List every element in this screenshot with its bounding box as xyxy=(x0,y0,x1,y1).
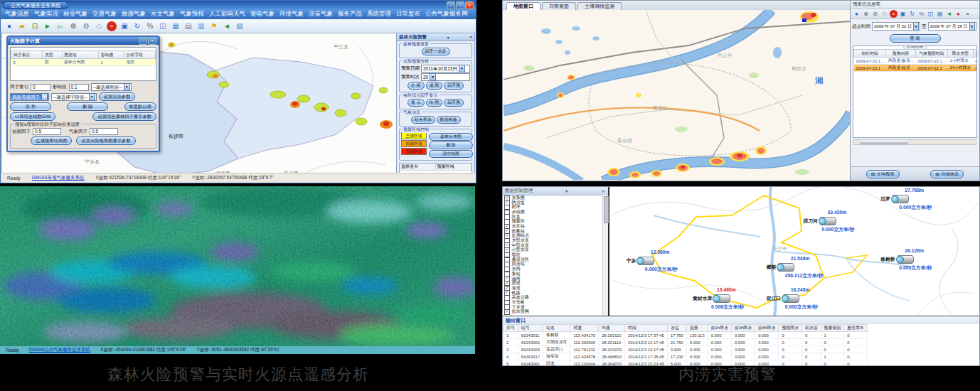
column-header[interactable]: 类型 xyxy=(43,51,62,59)
export-icon[interactable]: ▥ xyxy=(196,21,206,31)
warn-date-picker[interactable]: 2011年10月13日▼ xyxy=(421,65,470,73)
menu-item[interactable]: 系统管理 xyxy=(367,10,391,18)
menu-item[interactable]: 旅游气象 xyxy=(122,10,146,18)
close-icon[interactable]: × xyxy=(469,35,472,39)
file-preview-button[interactable]: ▤ 文件预览 xyxy=(866,170,900,178)
pre-factor-input[interactable]: 0.5 xyxy=(33,128,61,135)
zoom-in-icon[interactable]: ⊕ xyxy=(68,21,78,31)
column-header[interactable]: 预报降水 xyxy=(779,325,802,332)
layer-combo[interactable]: --请选择图层--▼ xyxy=(91,83,132,91)
map-canvas[interactable]: 益阳市 平江县 长沙市 宁乡县 湘潭市 株洲市 火险因子计算 -× 因子索引类型… xyxy=(1,33,397,173)
column-header[interactable]: 时间 xyxy=(625,325,668,332)
menu-item[interactable]: 交通气象 xyxy=(92,10,117,18)
close-button[interactable]: × xyxy=(465,1,474,9)
map-tab[interactable]: 土壤墒情监测 xyxy=(577,2,622,10)
menu-item[interactable]: 服务产品 xyxy=(338,10,362,18)
column-header[interactable]: 影响值 xyxy=(98,51,124,59)
result-table[interactable]: 制作时间预警内容气象预报时间降水类型制作人2009-07-22 1...风险度:… xyxy=(853,46,976,72)
table-row[interactable]: 261043002大阳坝水库112.20000028.2011102014/12… xyxy=(504,339,868,346)
layers-icon[interactable]: ◫ xyxy=(158,21,168,31)
map-tab[interactable]: 日雨量图 xyxy=(542,2,576,10)
close-icon[interactable]: × xyxy=(964,10,971,18)
title-bar[interactable]: 公共气象服务业务系统 - □ × xyxy=(1,1,476,9)
pan-hand-icon[interactable]: ◇ xyxy=(94,21,104,31)
column-header[interactable]: 是否发布 xyxy=(844,325,868,332)
image-icon[interactable]: ▦ xyxy=(171,21,181,31)
column-header[interactable]: 制作人 xyxy=(973,50,976,58)
table-row[interactable]: 0面森林分布图1地类 xyxy=(11,59,156,66)
display-param-button[interactable]: 设置综合森林因子显示参数 xyxy=(92,112,156,121)
menu-item[interactable]: 林业气象 xyxy=(63,10,87,18)
table-row[interactable]: 461043017海军坝113.43457828.4688102014/12/3… xyxy=(504,353,868,360)
column-header[interactable]: 选择县市 xyxy=(400,164,436,170)
factor-index-input[interactable]: 0 xyxy=(31,84,50,91)
column-header[interactable]: 制作时间 xyxy=(854,50,886,58)
dialog-title-bar[interactable]: 火险因子计算 -× xyxy=(8,37,159,45)
close-icon[interactable]: × xyxy=(600,189,606,193)
warning-region-list[interactable]: 选择县市预警区域 xyxy=(399,163,472,173)
satellite-image[interactable] xyxy=(0,186,475,346)
globe-icon[interactable]: ● xyxy=(853,10,861,18)
horizontal-scrollbar[interactable] xyxy=(853,139,976,145)
menu-item[interactable]: 环境气象 xyxy=(279,10,304,18)
factor-combo[interactable]: 风险等级因子▼ xyxy=(10,93,49,101)
column-header[interactable]: 纬度 xyxy=(599,325,625,332)
delete-button[interactable]: 删 除 xyxy=(67,102,108,111)
back-icon[interactable]: ◄ xyxy=(222,21,232,31)
pin-icon[interactable]: ⚑ xyxy=(209,21,219,31)
analyze-button[interactable]: 分 析 xyxy=(408,82,425,90)
column-header[interactable]: 降水类型 xyxy=(948,50,974,58)
factor-map-button[interactable]: 因子图 xyxy=(444,82,464,90)
table-row[interactable]: 2009-07-22 1...风险度:极强...2009-07-22 1...1… xyxy=(854,58,977,65)
menu-item[interactable]: 气象预报 xyxy=(180,10,204,18)
delete-icon[interactable]: × xyxy=(107,21,117,31)
factor-table[interactable]: 因子索引类型图层名影响值分析字段0面森林分布图1地类 xyxy=(10,47,156,81)
column-header[interactable]: 经度 xyxy=(570,325,599,332)
column-header[interactable]: 前3h降水 xyxy=(731,325,755,332)
print-icon[interactable]: ▤ xyxy=(183,21,193,31)
scale-icon[interactable]: % xyxy=(917,10,925,18)
back-icon[interactable]: ◄ xyxy=(945,10,953,18)
menu-item[interactable]: 公共气象服务网 xyxy=(425,10,468,18)
column-header[interactable]: 站号 xyxy=(518,325,543,332)
show-button[interactable]: 显 示 xyxy=(408,99,425,107)
data-check-button[interactable]: 数据检验 xyxy=(437,116,461,124)
zoom-in-icon[interactable]: ⊕ xyxy=(862,10,870,18)
refresh-icon[interactable]: ↻ xyxy=(908,10,916,18)
generate-warning-button[interactable]: 生成预警结果图 xyxy=(31,136,72,145)
maximize-button[interactable]: □ xyxy=(456,1,464,9)
column-header[interactable]: 前1h降水 xyxy=(708,325,731,332)
menu-item[interactable]: 人工影响天气 xyxy=(209,10,245,18)
render-param-button[interactable]: 设置渲染参数 xyxy=(99,92,136,101)
forest-map-button[interactable]: 森林分布图 xyxy=(429,133,473,141)
menu-item[interactable]: 雷电气象 xyxy=(250,10,275,18)
column-header[interactable]: 站名 xyxy=(543,325,570,332)
station-map-canvas[interactable]: 长沙市 12.360m 宁乡 0.000立方米/秒 13.460m 黄材水库 0… xyxy=(611,187,979,316)
pan-hand-icon[interactable]: ◇ xyxy=(880,10,888,18)
zoom-out-icon[interactable]: ⊖ xyxy=(871,10,879,18)
restore-default-button[interactable]: 恢复默认值 xyxy=(124,102,156,111)
warn-time-picker[interactable]: 20▼ xyxy=(421,73,470,81)
menu-item[interactable]: 决策气象 xyxy=(309,10,333,18)
column-header[interactable]: 积水深 xyxy=(801,325,821,332)
delete-icon[interactable]: × xyxy=(890,10,898,18)
column-header[interactable]: 水位 xyxy=(667,325,686,332)
calc-grid-button[interactable]: 计算综合指数Grid xyxy=(10,112,55,121)
stop-icon[interactable]: ● xyxy=(954,10,962,18)
map-window-icon[interactable]: ▣ xyxy=(899,10,907,18)
basemap-icon[interactable]: ▧ xyxy=(235,21,245,31)
map-tab[interactable]: 地图窗口 xyxy=(506,2,540,10)
date-to-picker[interactable]: 2009 年 07 月 29 日▼ xyxy=(928,22,976,31)
station-query-button[interactable]: 站点查询 xyxy=(411,116,435,124)
city-map-canvas[interactable]: 坪山乡 雨花区 暮云镇 榔梨乡 湘 xyxy=(504,10,851,180)
table-row[interactable]: 161043011株树桥113.40417028.1501102014/12/3… xyxy=(504,332,868,339)
column-header[interactable]: 因子索引 xyxy=(11,51,43,59)
make-map-button[interactable]: 成 图 xyxy=(426,82,443,90)
column-header[interactable]: 气象预报时间 xyxy=(915,50,947,58)
column-header[interactable]: 图层名 xyxy=(62,51,98,59)
menu-item[interactable]: 水文气象 xyxy=(151,10,175,18)
table-row[interactable]: 2009-07-22 1风险度:较强2009-07-22 124小时降水admi… xyxy=(854,65,977,72)
vertical-scrollbar[interactable] xyxy=(602,195,608,316)
dialog-minimize-button[interactable]: - xyxy=(139,37,147,45)
dialog-close-button[interactable]: × xyxy=(148,37,156,45)
